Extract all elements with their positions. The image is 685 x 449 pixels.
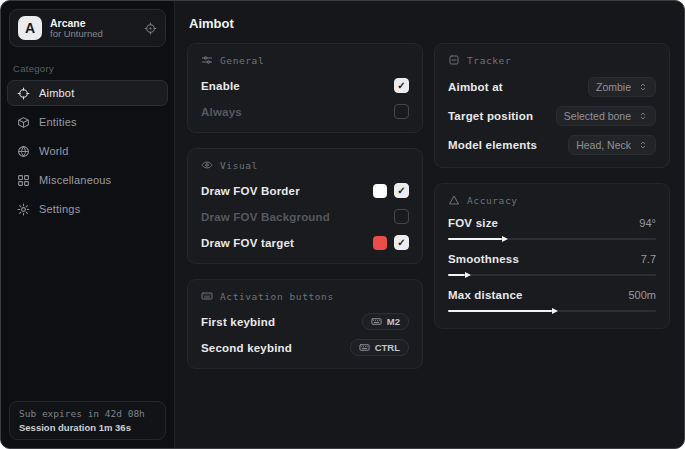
globe-icon [17,145,30,158]
setting-row-fov-size: FOV size 94° [448,217,656,244]
fov-border-checkbox[interactable]: ✓ [394,183,409,198]
accuracy-section: Accuracy FOV size 94° [434,183,670,329]
app-title: Arcane [50,17,136,29]
model-elements-select[interactable]: Head, Neck [568,135,656,155]
sidebar-item-label: Settings [39,203,80,215]
subscription-card: Sub expires in 42d 08h Session duration … [9,401,166,440]
fov-target-checkbox[interactable]: ✓ [394,235,409,250]
sidebar-item-label: Entities [39,116,77,128]
scope-icon[interactable] [144,22,157,35]
arcane-window: A Arcane for Unturned Category Aimbot [0,0,685,449]
sidebar: A Arcane for Unturned Category Aimbot [1,1,175,448]
app-logo: A [18,16,42,40]
app-subtitle: for Unturned [50,29,136,40]
setting-row-second-keybind: Second keybind CTRL [201,339,409,356]
session-duration-text: Session duration 1m 36s [19,422,156,433]
keybind-value: M2 [387,316,400,327]
setting-row-target-position: Target position Selected bone [448,106,656,126]
setting-row-model-elements: Model elements Head, Neck [448,135,656,155]
section-title: General [220,55,264,66]
setting-row-fov-background: Draw FOV Background ✓ [201,208,409,225]
setting-row-always: Always ✓ [201,103,409,120]
check-icon: ✓ [397,238,405,248]
fov-border-color-swatch[interactable] [373,184,387,198]
grid-icon [17,174,30,187]
select-value: Zombie [596,81,631,93]
keyboard-icon [201,290,213,302]
smoothness-slider[interactable] [448,270,656,280]
sidebar-item-world[interactable]: World [7,138,168,164]
tracker-section: Tracker Aimbot at Zombie Target position [434,43,670,168]
keyboard-icon [371,316,382,327]
setting-row-smoothness: Smoothness 7.7 [448,253,656,280]
setting-row-enable: Enable ✓ [201,77,409,94]
sidebar-item-entities[interactable]: Entities [7,109,168,135]
cube-icon [17,116,30,129]
slider-fill [448,274,465,276]
fov-size-slider[interactable] [448,234,656,244]
target-position-select[interactable]: Selected bone [556,106,656,126]
activation-section: Activation buttons First keybind M2 Seco… [187,279,423,369]
sidebar-item-miscellaneous[interactable]: Miscellaneous [7,167,168,193]
max-distance-value: 500m [628,289,656,301]
keybind-value: CTRL [375,342,400,353]
aimbot-at-select[interactable]: Zombie [588,77,656,97]
triangle-icon [448,194,460,206]
eye-icon [201,159,213,171]
crosshair-icon [17,87,30,100]
slider-fill [448,238,502,240]
chevrons-up-down-icon [638,111,648,121]
max-distance-slider[interactable] [448,306,656,316]
setting-row-first-keybind: First keybind M2 [201,313,409,330]
always-checkbox[interactable]: ✓ [394,104,409,119]
section-title: Accuracy [467,195,518,206]
logo-card: A Arcane for Unturned [9,9,166,47]
select-value: Head, Neck [576,139,631,151]
select-value: Selected bone [564,110,631,122]
page-title: Aimbot [189,16,670,31]
visual-section: Visual Draw FOV Border ✓ Draw FOV Backgr… [187,148,423,264]
first-keybind-button[interactable]: M2 [362,313,409,330]
sliders-icon [201,54,213,66]
logo-letter: A [25,20,35,36]
check-icon: ✓ [397,186,405,196]
sidebar-item-label: Aimbot [39,87,74,99]
setting-row-max-distance: Max distance 500m [448,289,656,316]
setting-row-fov-border: Draw FOV Border ✓ [201,182,409,199]
setting-row-aimbot-at: Aimbot at Zombie [448,77,656,97]
setting-row-fov-target: Draw FOV target ✓ [201,234,409,251]
section-title: Tracker [467,55,511,66]
chevrons-up-down-icon [638,140,648,150]
sidebar-item-aimbot[interactable]: Aimbot [7,80,168,106]
slider-fill [448,310,552,312]
sub-expiry-text: Sub expires in 42d 08h [19,408,156,419]
keyboard-icon [359,342,370,353]
fov-size-value: 94° [639,217,656,229]
check-icon: ✓ [397,81,405,91]
section-title: Visual [220,160,258,171]
second-keybind-button[interactable]: CTRL [350,339,409,356]
fov-background-checkbox[interactable]: ✓ [394,209,409,224]
sidebar-nav: Aimbot Entities World Miscellaneous [1,80,174,222]
sidebar-item-label: World [39,145,69,157]
smoothness-value: 7.7 [641,253,656,265]
general-section: General Enable ✓ Always ✓ [187,43,423,133]
section-title: Activation buttons [220,291,334,302]
sidebar-item-settings[interactable]: Settings [7,196,168,222]
scan-icon [448,54,460,66]
main-content: Aimbot General Enable ✓ Al [175,1,684,448]
enable-checkbox[interactable]: ✓ [394,78,409,93]
gear-icon [17,203,30,216]
chevrons-up-down-icon [638,82,648,92]
category-label: Category [13,63,162,74]
sidebar-item-label: Miscellaneous [39,174,111,186]
fov-target-color-swatch[interactable] [373,236,387,250]
